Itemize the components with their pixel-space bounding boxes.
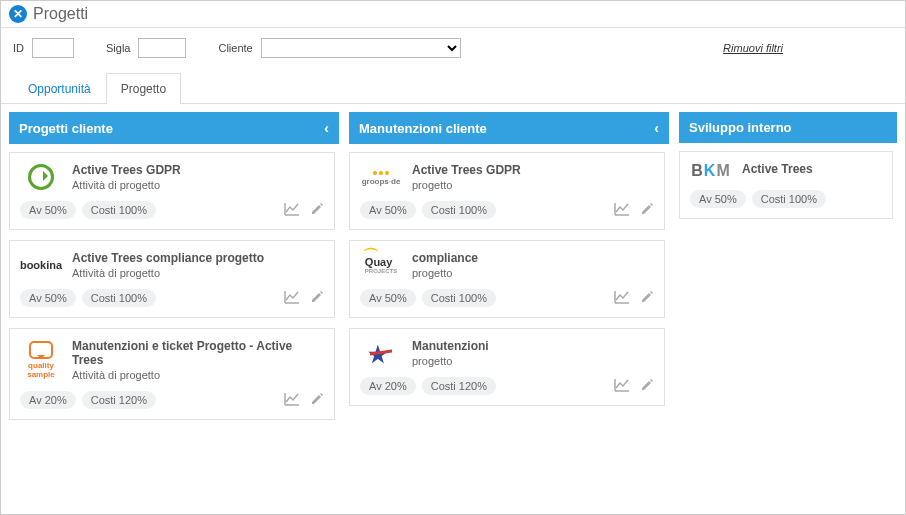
card-title: Active Trees [742, 162, 882, 176]
edit-icon[interactable] [640, 202, 654, 219]
card-subtitle: Attività di progetto [72, 267, 324, 279]
chart-icon[interactable] [284, 290, 300, 307]
av-badge: Av 50% [20, 289, 76, 307]
costi-badge: Costi 100% [752, 190, 826, 208]
costi-badge: Costi 120% [82, 391, 156, 409]
av-badge: Av 50% [360, 289, 416, 307]
card-title: Manutenzioni [412, 339, 654, 353]
edit-icon[interactable] [640, 378, 654, 395]
column-title: Manutenzioni cliente [359, 121, 487, 136]
project-card[interactable]: quality sampleManutenzioni e ticket Prog… [9, 328, 335, 420]
company-logo-icon: quality sample [20, 341, 62, 379]
cliente-label: Cliente [218, 42, 252, 54]
card-title: compliance [412, 251, 654, 265]
id-label: ID [13, 42, 24, 54]
column-body: BKMActive TreesAv 50%Costi 100% [679, 151, 897, 499]
card-title: Active Trees compliance progetto [72, 251, 324, 265]
filter-bar: ID Sigla Cliente Rimuovi filtri [1, 28, 905, 72]
av-badge: Av 50% [20, 201, 76, 219]
av-badge: Av 20% [20, 391, 76, 409]
edit-icon[interactable] [310, 290, 324, 307]
cliente-select[interactable] [261, 38, 461, 58]
column-header: Manutenzioni cliente‹ [349, 112, 669, 144]
project-card[interactable]: ⌒QuayPROJECTScomplianceprogettoAv 50%Cos… [349, 240, 665, 318]
card-title: Active Trees GDPR [412, 163, 654, 177]
column-title: Progetti cliente [19, 121, 113, 136]
project-card[interactable]: bookinaActive Trees compliance progettoA… [9, 240, 335, 318]
costi-badge: Costi 100% [422, 201, 496, 219]
chevron-left-icon[interactable]: ‹ [324, 120, 329, 136]
chart-icon[interactable] [614, 290, 630, 307]
av-badge: Av 50% [360, 201, 416, 219]
edit-icon[interactable] [310, 202, 324, 219]
chart-icon[interactable] [614, 378, 630, 395]
project-card[interactable]: BKMActive TreesAv 50%Costi 100% [679, 151, 893, 219]
column-body: Active Trees GDPRAttività di progettoAv … [9, 152, 339, 499]
chevron-left-icon[interactable]: ‹ [654, 120, 659, 136]
column-header: Progetti cliente‹ [9, 112, 339, 144]
project-card[interactable]: ManutenzioniprogettoAv 20%Costi 120% [349, 328, 665, 406]
card-title: Manutenzioni e ticket Progetto - Active … [72, 339, 324, 367]
id-input[interactable] [32, 38, 74, 58]
card-subtitle: Attività di progetto [72, 369, 324, 381]
av-badge: Av 50% [690, 190, 746, 208]
chart-icon[interactable] [284, 392, 300, 409]
av-badge: Av 20% [360, 377, 416, 395]
edit-icon[interactable] [640, 290, 654, 307]
kanban-board: Progetti cliente‹Active Trees GDPRAttivi… [1, 104, 905, 507]
sigla-input[interactable] [138, 38, 186, 58]
sigla-label: Sigla [106, 42, 130, 54]
page-header: ✕ Progetti [1, 1, 905, 28]
card-subtitle: progetto [412, 355, 654, 367]
project-card[interactable]: groops·deActive Trees GDPRprogettoAv 50%… [349, 152, 665, 230]
company-logo-icon [368, 342, 394, 364]
column-body: groops·deActive Trees GDPRprogettoAv 50%… [349, 152, 669, 499]
company-logo-icon [28, 164, 54, 190]
card-title: Active Trees GDPR [72, 163, 324, 177]
edit-icon[interactable] [310, 392, 324, 409]
kanban-column: Manutenzioni cliente‹groops·deActive Tre… [349, 112, 669, 499]
project-card[interactable]: Active Trees GDPRAttività di progettoAv … [9, 152, 335, 230]
column-title: Sviluppo interno [689, 120, 792, 135]
tab-bar: Opportunità Progetto [1, 72, 905, 104]
chart-icon[interactable] [284, 202, 300, 219]
kanban-column: Progetti cliente‹Active Trees GDPRAttivi… [9, 112, 339, 499]
tab-progetto[interactable]: Progetto [106, 73, 181, 104]
card-subtitle: progetto [412, 179, 654, 191]
card-subtitle: progetto [412, 267, 654, 279]
column-header: Sviluppo interno [679, 112, 897, 143]
company-logo-icon: groops·de [362, 168, 401, 186]
kanban-column: Sviluppo internoBKMActive TreesAv 50%Cos… [679, 112, 897, 499]
company-logo-icon: bookina [20, 260, 62, 271]
page-title: Progetti [33, 5, 88, 23]
costi-badge: Costi 100% [422, 289, 496, 307]
chart-icon[interactable] [614, 202, 630, 219]
remove-filters-link[interactable]: Rimuovi filtri [723, 42, 783, 54]
costi-badge: Costi 100% [82, 201, 156, 219]
costi-badge: Costi 100% [82, 289, 156, 307]
card-subtitle: Attività di progetto [72, 179, 324, 191]
costi-badge: Costi 120% [422, 377, 496, 395]
company-logo-icon: BKM [691, 162, 730, 180]
company-logo-icon: ⌒QuayPROJECTS [365, 256, 397, 274]
tab-opportunita[interactable]: Opportunità [13, 73, 106, 104]
close-icon[interactable]: ✕ [9, 5, 27, 23]
